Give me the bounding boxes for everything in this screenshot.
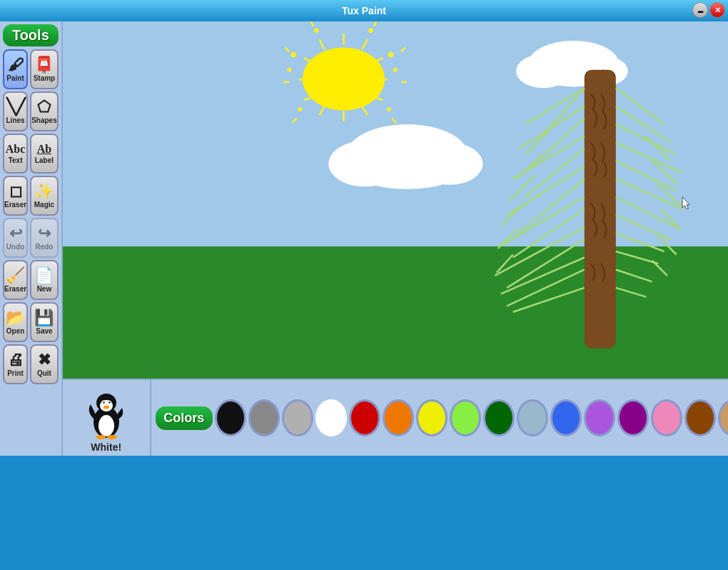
svg-point-85	[103, 406, 109, 409]
window-controls: 🗕 ✕	[692, 2, 725, 18]
redo-label: Redo	[35, 243, 53, 251]
color-swatch-red[interactable]	[349, 399, 380, 436]
content-row: Tools 🖌 Paint 📮 Stamp ╲╱ Lines ⬠ Shapes	[0, 21, 728, 456]
svg-line-37	[525, 88, 584, 124]
save-icon: 💾	[34, 310, 54, 326]
svg-line-65	[516, 154, 543, 179]
color-swatch-yellow[interactable]	[416, 399, 448, 436]
svg-point-18	[388, 108, 390, 110]
tool-lines[interactable]: ╲╱ Lines	[3, 91, 28, 131]
stamp-icon: 📮	[34, 57, 54, 73]
color-swatch-green[interactable]	[483, 399, 515, 436]
svg-point-19	[298, 108, 300, 110]
svg-line-8	[303, 97, 312, 100]
magic-icon: ✨	[34, 184, 54, 199]
redo-icon: ↪	[38, 226, 51, 241]
open-icon: 📂	[6, 310, 25, 326]
color-swatch-blue[interactable]	[550, 399, 582, 436]
new-icon: 📄	[34, 268, 54, 284]
magic-label: Magic	[34, 201, 54, 209]
tool-save[interactable]: 💾 Save	[30, 302, 59, 342]
left-toolbar: Tools 🖌 Paint 📮 Stamp ╲╱ Lines ⬠ Shapes	[0, 21, 63, 456]
tool-shapes[interactable]: ⬠ Shapes	[30, 91, 59, 131]
color-swatch-gray[interactable]	[282, 399, 313, 436]
colors-title: Colors	[156, 406, 213, 430]
svg-point-36	[353, 151, 462, 189]
color-swatch-lightgreen[interactable]	[450, 399, 481, 436]
sun-body	[303, 47, 385, 110]
svg-line-74	[658, 236, 676, 254]
svg-line-63	[616, 288, 646, 297]
print-icon: 🖨	[8, 352, 24, 368]
color-swatch-brown[interactable]	[684, 399, 716, 436]
svg-point-29	[516, 54, 570, 88]
print-label: Print	[7, 369, 24, 377]
tool-quit[interactable]: ✖ Quit	[30, 344, 59, 384]
cursor	[682, 197, 689, 209]
open-label: Open	[6, 327, 25, 335]
color-swatch-darkgray[interactable]	[248, 399, 280, 436]
tool-open[interactable]: 📂 Open	[3, 302, 28, 342]
lines-icon: ╲╱	[6, 99, 25, 115]
svg-line-75	[652, 261, 667, 276]
svg-line-1	[362, 39, 368, 49]
svg-point-83	[103, 401, 104, 403]
tool-magic[interactable]: ✨ Magic	[30, 176, 59, 216]
tux-section: White!	[63, 380, 151, 456]
color-swatch-pink[interactable]	[651, 399, 682, 436]
tool-new[interactable]: 📄 New	[30, 260, 59, 300]
eraser-square-icon: ◻	[9, 184, 22, 199]
window-title: Tux Paint	[342, 5, 386, 16]
svg-line-3	[377, 79, 387, 80]
tool-grid: 🖌 Paint 📮 Stamp ╲╱ Lines ⬠ Shapes Abc Te…	[3, 49, 59, 384]
minimize-button[interactable]: 🗕	[692, 2, 708, 18]
svg-marker-76	[682, 197, 689, 209]
color-swatch-white[interactable]	[315, 399, 347, 436]
eraser2-label: Eraser	[4, 285, 26, 293]
svg-line-55	[616, 142, 682, 172]
svg-point-14	[291, 53, 295, 56]
svg-line-22	[285, 47, 289, 51]
tool-paint[interactable]: 🖌 Paint	[3, 49, 28, 89]
tool-stamp[interactable]: 📮 Stamp	[30, 49, 59, 89]
eraser-icon: 🧹	[6, 268, 25, 284]
label-icon: Ab	[37, 144, 51, 155]
color-swatch-orange[interactable]	[383, 399, 414, 436]
color-swatch-darkpurple[interactable]	[617, 399, 649, 436]
quit-label: Quit	[37, 369, 51, 377]
color-swatch-purple[interactable]	[584, 399, 615, 436]
color-swatch-tan[interactable]	[718, 399, 728, 436]
svg-line-62	[616, 269, 652, 281]
svg-point-84	[108, 401, 110, 403]
svg-line-5	[362, 106, 368, 116]
tool-print[interactable]: 🖨 Print	[3, 344, 28, 384]
tool-undo[interactable]: ↩ Undo	[3, 218, 28, 258]
tool-eraser-square[interactable]: ◻ Eraser	[3, 176, 28, 216]
svg-line-57	[616, 179, 682, 209]
svg-line-11	[319, 39, 324, 49]
color-swatch-black[interactable]	[215, 399, 246, 436]
paint-label: Paint	[6, 74, 24, 82]
undo-icon: ↩	[9, 226, 22, 241]
svg-line-20	[401, 47, 405, 51]
cloud-left-middle	[328, 124, 482, 189]
save-label: Save	[36, 327, 52, 335]
svg-line-7	[319, 106, 324, 116]
title-bar: Tux Paint 🗕 ✕	[0, 0, 728, 21]
color-swatch-seafoam[interactable]	[517, 399, 548, 436]
tool-text[interactable]: Abc Text	[3, 134, 28, 174]
tool-eraser[interactable]: 🧹 Eraser	[3, 260, 28, 300]
close-button[interactable]: ✕	[709, 2, 725, 18]
quit-icon: ✖	[38, 352, 51, 368]
tool-redo[interactable]: ↪ Redo	[30, 218, 59, 258]
scene-svg	[63, 21, 728, 379]
paint-icon: 🖌	[8, 57, 24, 73]
shapes-label: Shapes	[31, 116, 57, 124]
svg-line-68	[497, 227, 519, 249]
svg-point-87	[107, 435, 117, 439]
tux-mascot	[85, 383, 128, 440]
text-label: Text	[9, 156, 23, 164]
drawing-canvas[interactable]	[63, 21, 728, 379]
tool-label[interactable]: Ab Label	[30, 134, 59, 174]
svg-point-16	[315, 29, 318, 32]
